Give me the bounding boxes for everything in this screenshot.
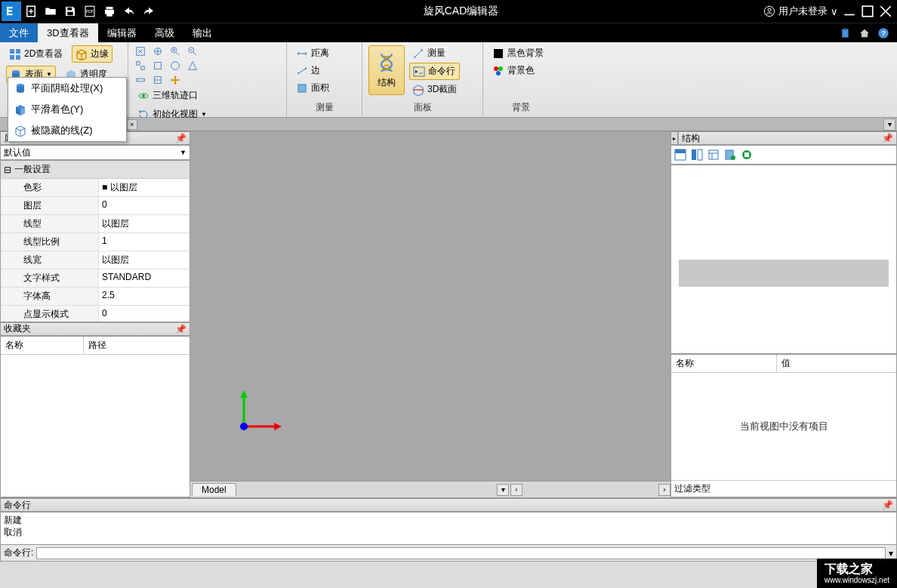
ruler-icon xyxy=(296,48,308,60)
cube-icon xyxy=(14,103,26,115)
sd-col-name[interactable]: 名称 xyxy=(671,355,777,372)
pdf-icon[interactable]: PDF xyxy=(80,2,100,21)
svg-rect-14 xyxy=(10,55,14,60)
fav-col-name[interactable]: 名称 xyxy=(1,337,84,354)
scroll-dropdown[interactable]: ▾ xyxy=(497,484,509,496)
prop-row[interactable]: 色彩■ 以图层 xyxy=(1,179,190,197)
help-icon[interactable]: ? xyxy=(877,27,889,39)
prop-row[interactable]: 图层0 xyxy=(1,197,190,215)
menu-bar: 文件 3D查看器 编辑器 高级 输出 ? xyxy=(0,23,897,42)
structure-big-button[interactable]: 结构 xyxy=(368,45,405,95)
home-icon[interactable] xyxy=(859,28,870,38)
properties-default-combo[interactable]: 默认值▼ xyxy=(0,145,190,160)
bg-color-button[interactable]: 背景色 xyxy=(489,63,538,79)
svg-rect-12 xyxy=(10,49,14,54)
menu-output[interactable]: 输出 xyxy=(183,23,221,42)
nav-icon-7[interactable] xyxy=(169,60,181,72)
save-icon[interactable] xyxy=(60,2,80,21)
print-icon[interactable] xyxy=(100,2,119,21)
cmd-history-button[interactable]: ▾ xyxy=(889,548,893,559)
undo-icon[interactable] xyxy=(119,2,139,21)
pin-icon[interactable]: 📌 xyxy=(882,133,893,143)
prop-row[interactable]: 文字样式STANDARD xyxy=(1,269,190,288)
model-tab[interactable]: Model xyxy=(192,483,236,496)
pin-icon[interactable]: 📌 xyxy=(882,500,893,510)
prop-row[interactable]: 字体高2.5 xyxy=(1,288,190,306)
dd-hidden[interactable]: 被隐藏的线(Z) xyxy=(8,120,126,141)
svg-rect-22 xyxy=(141,66,144,69)
menu-editor[interactable]: 编辑器 xyxy=(98,23,146,42)
pin-icon[interactable]: 📌 xyxy=(175,324,186,334)
prop-row[interactable]: 线宽以图层 xyxy=(1,251,190,269)
commandline-panel: 命令行📌 新建 取消 命令行: ▾ xyxy=(0,497,897,562)
props-section[interactable]: ⊟一般设置 xyxy=(1,161,190,179)
cmdline-panel-button[interactable]: 命令行 xyxy=(409,63,460,80)
nav-icon-5[interactable] xyxy=(134,60,146,72)
svg-point-33 xyxy=(494,66,498,71)
st-icon-1[interactable] xyxy=(674,149,686,161)
3d-crop-button[interactable]: 3D截面 xyxy=(409,82,460,97)
cube-wire-icon xyxy=(14,125,26,137)
measure-panel-button[interactable]: 测量 xyxy=(409,45,460,61)
distance-button[interactable]: 距离 xyxy=(293,45,332,61)
prop-row[interactable]: 点显示模式0 xyxy=(1,306,190,322)
pin-icon[interactable]: 📌 xyxy=(175,133,186,143)
st-icon-2[interactable] xyxy=(691,149,703,161)
zoom-out-icon[interactable] xyxy=(186,45,199,57)
structure-tree[interactable] xyxy=(670,165,897,354)
svg-rect-21 xyxy=(137,62,140,65)
svg-point-36 xyxy=(17,84,24,87)
st-icon-3[interactable] xyxy=(707,149,720,161)
st-icon-5[interactable] xyxy=(741,149,753,161)
sd-col-value[interactable]: 值 xyxy=(777,355,795,372)
commandline-input[interactable] xyxy=(36,547,886,559)
svg-rect-30 xyxy=(298,85,306,92)
black-bg-button[interactable]: 黑色背景 xyxy=(489,45,547,61)
redo-icon[interactable] xyxy=(139,2,159,21)
menu-file[interactable]: 文件 xyxy=(0,23,38,42)
user-login-button[interactable]: 用户未登录 ∨ xyxy=(763,5,838,18)
orbit-icon xyxy=(137,90,150,102)
minimize-button[interactable] xyxy=(843,5,856,18)
close-button[interactable] xyxy=(879,5,892,18)
edge-button[interactable]: 边缘 xyxy=(72,45,113,63)
tab-close[interactable]: × xyxy=(127,119,137,130)
palette-icon xyxy=(492,65,504,77)
ribbon: 2D查看器 边缘 表面▼ 透明度 xyxy=(0,42,897,118)
dd-smooth[interactable]: 平滑着色(Y) xyxy=(8,99,126,120)
st-icon-4[interactable] xyxy=(724,149,736,161)
clipboard-icon[interactable] xyxy=(840,27,852,39)
menu-3dviewer[interactable]: 3D查看器 xyxy=(38,23,98,42)
2d-viewer-button[interactable]: 2D查看器 xyxy=(6,45,66,63)
fav-col-path[interactable]: 路径 xyxy=(84,337,111,354)
area-button[interactable]: 面积 xyxy=(293,80,332,96)
nav-icon-2[interactable] xyxy=(152,45,164,57)
3d-orbit-button[interactable]: 三维轨迹口 xyxy=(134,88,210,103)
nav-icon-6[interactable] xyxy=(152,60,164,72)
viewport[interactable]: Model ▾ ‹ › xyxy=(190,131,670,497)
svg-marker-38 xyxy=(274,423,282,430)
nav-icon-8[interactable] xyxy=(186,60,199,72)
menu-advanced[interactable]: 高级 xyxy=(146,23,183,42)
maximize-button[interactable] xyxy=(861,5,874,18)
favorites-panel: 名称 路径 xyxy=(0,336,190,498)
zoom-in-icon[interactable] xyxy=(169,45,181,57)
scroll-right[interactable]: › xyxy=(658,484,670,496)
prop-row[interactable]: 线型以图层 xyxy=(1,215,190,233)
nav-icon-1[interactable] xyxy=(134,45,146,57)
filter-row[interactable]: 过滤类型 xyxy=(671,480,896,497)
prop-row[interactable]: 线型比例1 xyxy=(1,233,190,251)
edge-measure-button[interactable]: 边 xyxy=(293,63,323,79)
collapse-handle[interactable]: ▸ xyxy=(670,131,678,145)
properties-grid: ⊟一般设置 色彩■ 以图层 图层0 线型以图层 线型比例1 线宽以图层 文字样式… xyxy=(0,160,190,322)
app-icon[interactable] xyxy=(2,2,21,21)
nav-icon-9[interactable] xyxy=(134,74,146,86)
tabs-overflow[interactable]: ▾ xyxy=(883,119,895,131)
new-icon[interactable] xyxy=(21,2,41,21)
axis-gizmo xyxy=(233,389,293,442)
scroll-left[interactable]: ‹ xyxy=(510,484,522,496)
nav-icon-10[interactable] xyxy=(152,74,164,86)
open-icon[interactable] xyxy=(41,2,60,21)
pan-icon[interactable] xyxy=(169,74,181,86)
dd-shade[interactable]: 平面阴暗处理(X) xyxy=(8,78,126,99)
